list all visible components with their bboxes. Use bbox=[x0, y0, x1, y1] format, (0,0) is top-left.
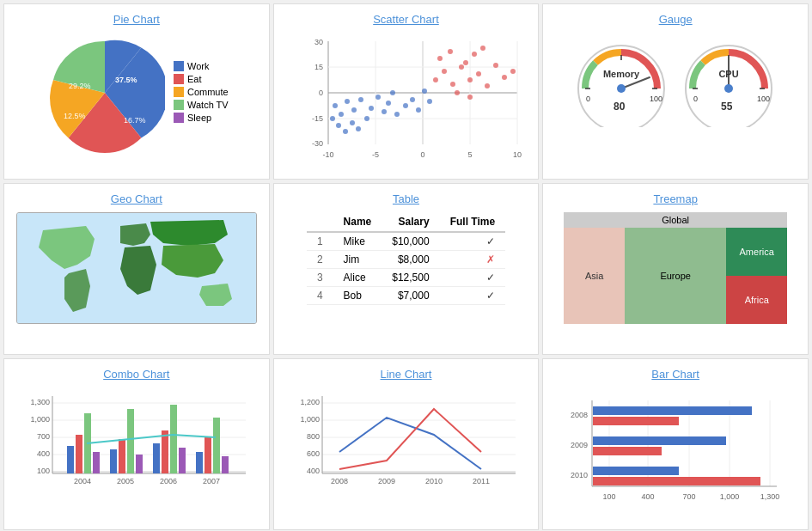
svg-point-42 bbox=[350, 120, 355, 125]
svg-text:600: 600 bbox=[307, 449, 320, 458]
svg-text:1,300: 1,300 bbox=[760, 492, 779, 501]
table-row: 2 Jim $8,000 ✗ bbox=[307, 251, 505, 269]
row-salary: $10,000 bbox=[382, 232, 439, 251]
svg-text:10: 10 bbox=[513, 150, 522, 159]
svg-point-34 bbox=[403, 103, 408, 108]
table-title[interactable]: Table bbox=[393, 192, 419, 205]
svg-text:2006: 2006 bbox=[160, 477, 177, 485]
gauge-title[interactable]: Gauge bbox=[659, 13, 693, 26]
svg-text:2009: 2009 bbox=[571, 441, 588, 449]
row-name: Jim bbox=[333, 251, 382, 269]
treemap-right-col: America Africa bbox=[726, 228, 787, 324]
cpu-gauge-svg: CPU 0 100 55 bbox=[680, 33, 778, 127]
line-chart-svg: 1,200 1,000 800 600 400 2008 2009 2010 2… bbox=[292, 388, 520, 512]
memory-gauge: Memory 0 100 80 bbox=[572, 33, 671, 127]
svg-rect-99 bbox=[76, 435, 82, 473]
svg-point-55 bbox=[448, 49, 453, 54]
svg-point-57 bbox=[472, 52, 477, 57]
svg-text:Memory: Memory bbox=[603, 69, 640, 79]
treemap-title[interactable]: Treemap bbox=[653, 192, 698, 205]
line-chart-title[interactable]: Line Chart bbox=[381, 368, 432, 381]
svg-text:100: 100 bbox=[37, 467, 50, 475]
gauge-card: Gauge bbox=[542, 3, 809, 180]
treemap-america: America bbox=[726, 228, 787, 276]
row-fulltime: ✓ bbox=[440, 287, 505, 305]
svg-text:2009: 2009 bbox=[378, 477, 395, 485]
bar-chart-title[interactable]: Bar Chart bbox=[651, 368, 699, 381]
svg-rect-147 bbox=[593, 436, 726, 445]
svg-text:-10: -10 bbox=[323, 150, 334, 159]
geo-map-svg bbox=[17, 213, 257, 324]
svg-point-35 bbox=[410, 97, 415, 102]
svg-rect-98 bbox=[67, 446, 74, 473]
svg-point-50 bbox=[485, 83, 490, 88]
scatter-chart-title[interactable]: Scatter Chart bbox=[373, 13, 439, 26]
svg-text:12.5%: 12.5% bbox=[64, 112, 86, 120]
row-fulltime: ✓ bbox=[440, 269, 505, 287]
svg-rect-110 bbox=[196, 452, 203, 473]
svg-point-23 bbox=[339, 112, 344, 117]
pie-chart-card: Pie Chart 37.5% 16.7% 12.5% 29.2% W bbox=[3, 3, 270, 180]
row-fulltime: ✓ bbox=[440, 232, 505, 251]
svg-point-26 bbox=[358, 97, 363, 102]
svg-text:30: 30 bbox=[314, 38, 323, 46]
svg-point-37 bbox=[422, 88, 427, 94]
svg-rect-113 bbox=[222, 456, 229, 473]
svg-rect-146 bbox=[593, 417, 679, 425]
svg-point-45 bbox=[442, 69, 447, 74]
svg-rect-112 bbox=[213, 418, 220, 473]
svg-point-47 bbox=[459, 64, 464, 70]
svg-point-29 bbox=[375, 95, 381, 100]
svg-text:2007: 2007 bbox=[203, 477, 220, 485]
svg-text:1,200: 1,200 bbox=[300, 398, 320, 406]
geo-chart-title[interactable]: Geo Chart bbox=[111, 192, 162, 205]
svg-point-22 bbox=[333, 103, 338, 108]
svg-rect-106 bbox=[153, 443, 160, 473]
data-table: Name Salary Full Time 1 Mike $10,000 ✓ 2… bbox=[307, 212, 505, 305]
svg-text:2010: 2010 bbox=[571, 471, 588, 479]
svg-text:2004: 2004 bbox=[74, 477, 91, 485]
svg-rect-111 bbox=[205, 437, 211, 473]
svg-point-32 bbox=[390, 90, 395, 95]
svg-point-41 bbox=[343, 129, 348, 134]
svg-text:800: 800 bbox=[307, 432, 320, 441]
scatter-chart-card: Scatter Chart 30 15 0 -15 -30 -10 -5 0 5… bbox=[273, 3, 540, 180]
svg-rect-107 bbox=[162, 430, 168, 473]
svg-text:400: 400 bbox=[307, 467, 320, 475]
svg-rect-148 bbox=[593, 447, 662, 455]
svg-point-33 bbox=[394, 112, 400, 117]
svg-point-60 bbox=[467, 95, 473, 100]
row-name: Bob bbox=[333, 287, 382, 305]
treemap-container: Global Asia Europe America Africa bbox=[564, 212, 787, 324]
svg-text:-5: -5 bbox=[372, 150, 379, 159]
combo-chart-svg: 1,300 1,000 700 400 100 2004 2005 2006 2… bbox=[22, 388, 250, 512]
pie-chart-svg: 37.5% 16.7% 12.5% 29.2% bbox=[45, 33, 165, 153]
svg-text:-15: -15 bbox=[312, 114, 323, 123]
combo-chart-title[interactable]: Combo Chart bbox=[103, 368, 169, 381]
svg-text:55: 55 bbox=[721, 101, 733, 113]
line-chart-card: Line Chart 1,200 1,000 800 600 400 2008 … bbox=[273, 358, 540, 530]
treemap-header: Global bbox=[564, 212, 787, 228]
svg-rect-149 bbox=[593, 467, 679, 475]
svg-rect-145 bbox=[593, 406, 752, 415]
svg-point-27 bbox=[364, 116, 369, 121]
svg-point-31 bbox=[386, 101, 391, 106]
main-grid: Pie Chart 37.5% 16.7% 12.5% 29.2% W bbox=[0, 0, 812, 531]
svg-rect-109 bbox=[179, 448, 186, 473]
row-fulltime: ✗ bbox=[440, 251, 505, 269]
svg-point-40 bbox=[336, 123, 341, 128]
treemap-europe: Europe bbox=[625, 228, 726, 324]
svg-point-24 bbox=[345, 99, 350, 104]
pie-chart-title[interactable]: Pie Chart bbox=[113, 13, 160, 26]
svg-point-36 bbox=[416, 107, 421, 113]
svg-text:2008: 2008 bbox=[331, 477, 348, 485]
svg-text:2005: 2005 bbox=[117, 477, 134, 485]
svg-rect-103 bbox=[119, 439, 125, 473]
svg-text:-30: -30 bbox=[312, 139, 323, 148]
svg-point-66 bbox=[617, 84, 626, 93]
svg-text:16.7%: 16.7% bbox=[124, 116, 146, 125]
table-header-num bbox=[307, 212, 333, 232]
svg-rect-108 bbox=[170, 405, 177, 473]
svg-text:5: 5 bbox=[468, 150, 473, 159]
svg-point-54 bbox=[437, 56, 443, 61]
